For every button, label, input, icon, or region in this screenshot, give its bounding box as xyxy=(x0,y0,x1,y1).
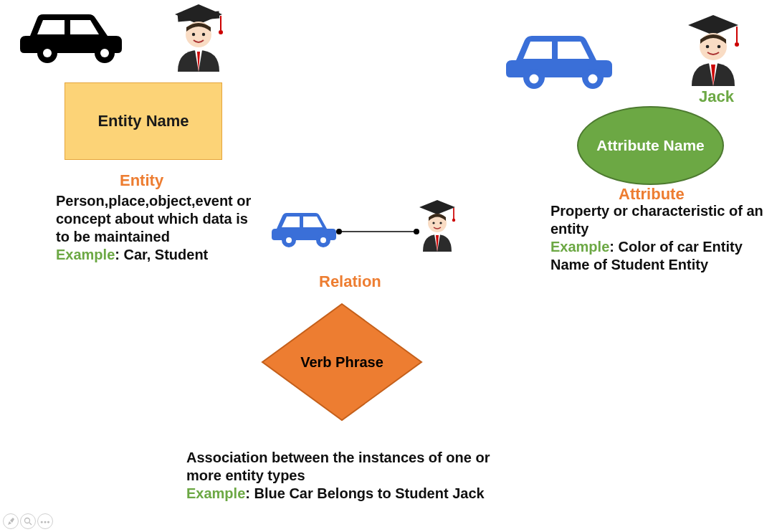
relation-description: Association between the instances of one… xyxy=(186,449,516,503)
svg-marker-15 xyxy=(688,15,738,35)
svg-point-10 xyxy=(202,33,205,36)
svg-point-1 xyxy=(43,49,52,57)
car-icon xyxy=(9,0,134,71)
attribute-example-label: Example xyxy=(550,239,609,255)
svg-point-33 xyxy=(439,222,442,224)
pen-tool-button[interactable] xyxy=(3,513,19,529)
entity-box-label: Entity Name xyxy=(97,112,189,130)
relation-example-label: Example xyxy=(186,485,245,501)
svg-point-14 xyxy=(588,75,598,84)
svg-point-24 xyxy=(320,237,326,243)
entity-description: Person,place,object,event or concept abo… xyxy=(56,192,264,264)
relation-desc-text: Association between the instances of one… xyxy=(186,450,490,483)
more-tool-button[interactable]: ●●● xyxy=(37,513,53,529)
svg-point-20 xyxy=(718,45,721,49)
svg-line-36 xyxy=(29,523,32,525)
svg-point-30 xyxy=(452,219,455,222)
toolbar: ●●● xyxy=(3,513,53,529)
entity-title: Entity xyxy=(120,171,163,190)
car-icon xyxy=(264,204,343,254)
svg-point-3 xyxy=(100,49,109,57)
attribute-name-ellipse: Attribute Name xyxy=(577,106,724,185)
zoom-tool-button[interactable] xyxy=(20,513,36,529)
student-icon xyxy=(677,11,749,92)
student-icon xyxy=(165,0,233,78)
jack-label: Jack xyxy=(699,87,734,106)
attribute-title: Attribute xyxy=(619,185,685,204)
relation-title: Relation xyxy=(319,272,381,291)
entity-example-label: Example xyxy=(56,247,115,262)
relation-example-text: : Blue Car Belongs to Student Jack xyxy=(245,485,484,501)
attribute-description: Property or characteristic of an entity … xyxy=(550,202,766,274)
svg-point-9 xyxy=(192,33,195,36)
entity-desc-text: Person,place,object,event or concept abo… xyxy=(56,193,251,244)
svg-point-12 xyxy=(530,75,539,84)
svg-point-22 xyxy=(286,237,292,243)
svg-marker-28 xyxy=(419,200,455,214)
entity-example-text: : Car, Student xyxy=(115,247,208,262)
car-icon xyxy=(495,23,624,98)
student-icon xyxy=(412,197,462,257)
attribute-desc-text: Property or characteristic of an entity xyxy=(550,203,763,237)
svg-point-32 xyxy=(432,222,434,224)
relation-diamond: Verb Phrase xyxy=(259,301,424,423)
entity-name-box: Entity Name xyxy=(65,82,222,160)
svg-point-19 xyxy=(706,45,710,49)
svg-point-26 xyxy=(336,229,342,234)
relation-line xyxy=(335,225,420,238)
diamond-label: Verb Phrase xyxy=(300,354,383,370)
svg-point-7 xyxy=(219,30,223,34)
attribute-ellipse-label: Attribute Name xyxy=(596,137,705,153)
svg-point-35 xyxy=(25,518,30,523)
svg-point-17 xyxy=(735,42,739,47)
